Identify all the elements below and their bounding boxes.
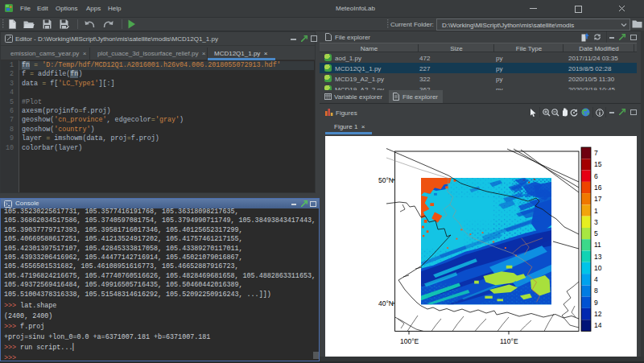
svg-text:3: 3	[594, 218, 598, 226]
svg-text:40°N: 40°N	[378, 299, 394, 307]
svg-text:50°N: 50°N	[378, 176, 394, 184]
svg-text:5: 5	[594, 229, 598, 237]
svg-text:10: 10	[594, 264, 602, 272]
svg-text:12: 12	[594, 310, 602, 318]
svg-text:15: 15	[594, 160, 602, 168]
svg-text:110°E: 110°E	[500, 337, 518, 345]
svg-text:1: 1	[594, 207, 598, 215]
svg-text:9: 9	[594, 299, 598, 307]
svg-text:17: 17	[594, 195, 602, 203]
svg-text:11: 11	[594, 241, 601, 249]
svg-text:4: 4	[594, 275, 598, 283]
svg-text:8: 8	[594, 287, 598, 295]
svg-text:7: 7	[594, 149, 598, 157]
svg-text:100°E: 100°E	[400, 337, 419, 345]
svg-text:14: 14	[594, 321, 602, 329]
svg-text:16: 16	[594, 184, 602, 192]
svg-text:13: 13	[594, 253, 602, 261]
svg-text:6: 6	[594, 172, 598, 180]
